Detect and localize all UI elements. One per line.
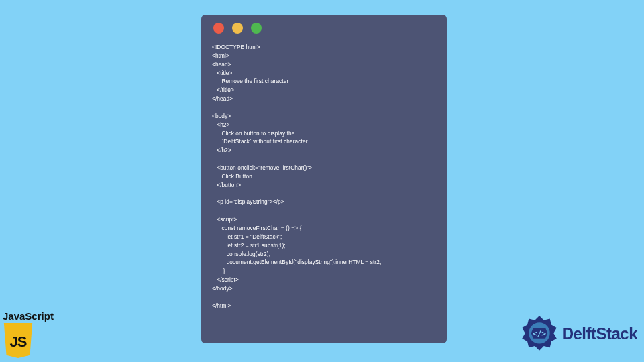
javascript-shield-icon: JS: [3, 323, 34, 358]
window-controls: [213, 23, 436, 34]
maximize-icon: [251, 23, 262, 34]
minimize-icon: [232, 23, 243, 34]
delftstack-logo-icon: </>: [521, 315, 558, 353]
javascript-icon-text: JS: [10, 333, 27, 351]
javascript-badge: JavaScript JS: [3, 310, 63, 358]
javascript-label: JavaScript: [3, 310, 63, 322]
svg-text:</>: </>: [533, 329, 546, 338]
close-icon: [213, 23, 224, 34]
delftstack-badge: </> DelftStack: [521, 315, 637, 353]
code-window: <!DOCTYPE html> <html> <head> <title> Re…: [201, 15, 447, 343]
code-block: <!DOCTYPE html> <html> <head> <title> Re…: [212, 43, 436, 310]
delftstack-text: DelftStack: [562, 324, 637, 343]
